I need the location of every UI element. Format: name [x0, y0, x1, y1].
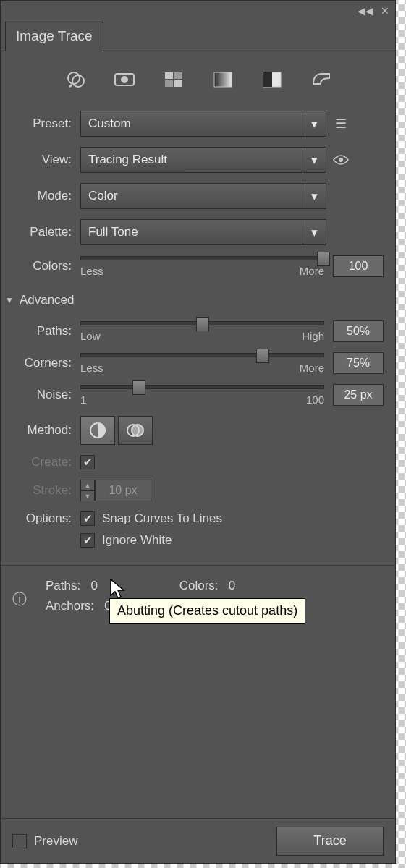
corners-slider[interactable] — [80, 353, 324, 357]
ignore-white-checkbox[interactable]: ✔ — [80, 533, 95, 548]
noise-label: Noise: — [12, 388, 80, 402]
noise-value[interactable]: 25 px — [333, 384, 384, 406]
preset-menu-icon[interactable]: ☰ — [326, 116, 355, 132]
create-fills-checkbox[interactable]: ✔ — [80, 455, 95, 469]
svg-rect-5 — [174, 72, 182, 79]
panel-footer: Preview Trace — [1, 818, 395, 863]
stroke-stepper[interactable]: ▲▼ 10 px — [80, 480, 151, 501]
eye-icon[interactable] — [326, 154, 355, 166]
slider-thumb[interactable] — [317, 252, 330, 266]
preset-dropdown[interactable]: Custom ▾ — [80, 111, 326, 137]
svg-rect-10 — [263, 72, 272, 87]
slider-thumb[interactable] — [196, 317, 209, 331]
colors-slider[interactable] — [80, 256, 324, 260]
close-icon[interactable]: ✕ — [381, 5, 389, 17]
colors-value[interactable]: 100 — [333, 255, 384, 277]
trace-button[interactable]: Trace — [276, 827, 384, 856]
preview-label: Preview — [34, 834, 77, 848]
svg-rect-4 — [165, 72, 173, 79]
svg-point-11 — [339, 158, 343, 162]
chevron-down-icon: ▾ — [303, 111, 326, 136]
auto-color-icon[interactable] — [61, 69, 90, 90]
noise-slider[interactable] — [80, 385, 324, 389]
view-dropdown[interactable]: Tracing Result ▾ — [80, 147, 326, 173]
black-white-icon[interactable] — [258, 69, 287, 90]
snap-curves-label: Snap Curves To Lines — [102, 511, 222, 526]
paths-value[interactable]: 50% — [333, 320, 384, 342]
chevron-down-icon: ▾ — [303, 220, 326, 244]
paths-slider[interactable] — [80, 321, 324, 326]
snap-curves-checkbox[interactable]: ✔ — [80, 511, 95, 526]
image-trace-panel: ◀◀ ✕ Image Trace Preset: Custom ▾ ☰ View… — [0, 0, 396, 864]
method-overlapping-button[interactable] — [118, 416, 153, 445]
panel-tab[interactable]: Image Trace — [5, 22, 103, 51]
low-color-icon[interactable] — [159, 69, 188, 90]
palette-value: Full Tone — [88, 225, 138, 239]
svg-rect-6 — [165, 80, 173, 87]
svg-point-3 — [121, 76, 128, 83]
high-color-icon[interactable] — [110, 69, 139, 90]
slider-thumb[interactable] — [256, 349, 269, 363]
create-label: Create: — [12, 455, 80, 469]
advanced-toggle[interactable]: ▼ Advanced — [1, 287, 395, 320]
svg-rect-7 — [174, 80, 182, 87]
stroke-label: Stroke: — [12, 483, 80, 498]
corners-label: Corners: — [12, 356, 80, 370]
palette-label: Palette: — [12, 225, 80, 239]
preset-label: Preset: — [12, 116, 80, 131]
view-label: View: — [12, 153, 80, 167]
collapse-icon[interactable]: ◀◀ — [358, 5, 373, 17]
chevron-down-icon: ▾ — [303, 184, 326, 208]
stroke-value: 10 px — [95, 480, 151, 501]
panel-titlebar: ◀◀ ✕ — [1, 1, 395, 21]
method-abutting-button[interactable] — [80, 416, 115, 445]
preset-value: Custom — [88, 116, 131, 131]
mode-value: Color — [88, 189, 118, 203]
slider-thumb[interactable] — [132, 380, 145, 395]
method-label: Method: — [12, 423, 80, 438]
method-tooltip: Abutting (Creates cutout paths) — [109, 598, 305, 624]
corners-value[interactable]: 75% — [333, 352, 384, 374]
outline-icon[interactable] — [307, 69, 336, 90]
palette-dropdown[interactable]: Full Tone ▾ — [80, 219, 326, 245]
info-icon: ⓘ — [12, 590, 27, 609]
mode-dropdown[interactable]: Color ▾ — [80, 183, 326, 209]
svg-point-14 — [132, 425, 143, 436]
preset-icon-row — [1, 51, 395, 111]
mode-label: Mode: — [12, 189, 80, 203]
ignore-white-label: Ignore White — [102, 533, 172, 548]
view-value: Tracing Result — [88, 153, 167, 167]
chevron-down-icon: ▾ — [303, 148, 326, 172]
grayscale-icon[interactable] — [208, 69, 237, 90]
stats-paths-value: 0 — [90, 579, 97, 592]
paths-label: Paths: — [12, 324, 80, 339]
triangle-down-icon: ▼ — [5, 295, 14, 305]
options-label: Options: — [12, 511, 80, 526]
colors-label: Colors: — [12, 259, 80, 273]
step-up-icon[interactable]: ▲ — [80, 480, 95, 490]
step-down-icon[interactable]: ▼ — [80, 490, 95, 501]
preview-checkbox[interactable] — [12, 834, 27, 848]
svg-rect-8 — [214, 72, 232, 87]
stats-colors-value: 0 — [229, 579, 235, 592]
advanced-label: Advanced — [20, 293, 75, 307]
